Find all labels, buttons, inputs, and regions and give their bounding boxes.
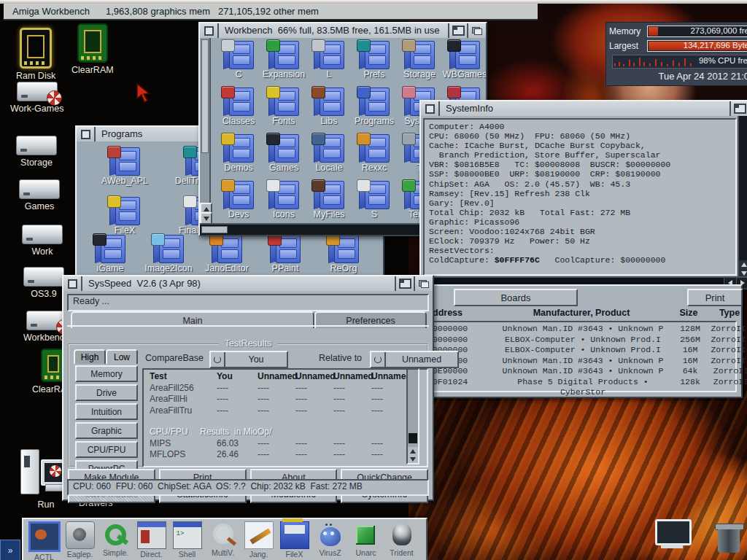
vscroll-thumb[interactable] bbox=[201, 39, 209, 153]
dock-item[interactable]: Trident bbox=[384, 521, 419, 557]
tab-low[interactable]: Low bbox=[106, 349, 138, 364]
program-icon[interactable]: iGame bbox=[81, 235, 139, 273]
disk-drive-icon bbox=[26, 311, 67, 330]
board-size: 16M bbox=[671, 356, 709, 367]
menubar[interactable]: Amiga Workbench 1,963,808 graphics mem 2… bbox=[4, 4, 538, 20]
tab-high[interactable]: High bbox=[74, 349, 106, 364]
workbench-drawer[interactable]: Demos bbox=[216, 134, 261, 181]
board-row[interactable]: 51000000 Unknown Man.ID #3643 • Unknown … bbox=[427, 356, 735, 367]
depth-gadget[interactable] bbox=[414, 276, 433, 291]
board-row[interactable]: 50000000 ELBOX-Computer • Unknown Prod.I… bbox=[427, 335, 735, 346]
dock-item[interactable]: VirusZ bbox=[312, 521, 348, 557]
board-row[interactable]: 50000000 ELBOX-Computer • Unknown Prod.I… bbox=[427, 345, 735, 356]
systeminfo-vscrollbar[interactable] bbox=[738, 116, 747, 278]
workbench-drawer[interactable]: WBGames bbox=[442, 41, 486, 88]
close-gadget[interactable] bbox=[63, 276, 82, 291]
drawer-emblem bbox=[311, 179, 325, 192]
close-gadget[interactable] bbox=[77, 127, 96, 141]
category-button[interactable]: Drive bbox=[75, 384, 138, 401]
zoom-gadget[interactable] bbox=[448, 23, 467, 38]
workbench-titlebar[interactable]: Workbench 66% full, 83.5MB free, 161.5MB… bbox=[200, 23, 486, 39]
dock-item-label: MultiV. bbox=[212, 548, 234, 557]
workbench-drawer[interactable]: Fonts bbox=[261, 88, 306, 134]
workbench-drawer[interactable]: Locale bbox=[306, 134, 352, 181]
scroll-up-button[interactable] bbox=[408, 447, 418, 455]
dock-item-icon bbox=[28, 521, 61, 552]
program-icon[interactable]: Image2Icon bbox=[139, 235, 198, 273]
drawer-icon bbox=[267, 88, 301, 115]
zoom-gadget[interactable] bbox=[395, 276, 414, 291]
board-row[interactable]: 40000000 Unknown Man.ID #3643 • Unknown … bbox=[427, 324, 735, 335]
workbench-drawer[interactable]: Programs bbox=[352, 88, 397, 134]
print-button[interactable]: Print bbox=[687, 289, 743, 306]
program-icon[interactable]: PPaint bbox=[256, 235, 314, 273]
workbench-drawer[interactable]: S bbox=[352, 181, 397, 228]
comparebase-cycle[interactable]: You bbox=[209, 351, 288, 368]
dock-handle-button[interactable]: » bbox=[0, 540, 20, 560]
dock-item[interactable]: Direct. bbox=[133, 521, 169, 559]
workbench-drawer[interactable]: Libs bbox=[306, 88, 352, 134]
workbench-drawer[interactable]: Expansion bbox=[261, 41, 306, 88]
monitor-icon[interactable] bbox=[655, 519, 689, 548]
icon-label: Fonts bbox=[272, 116, 295, 126]
desktop-icon-work-games[interactable]: Work-Games bbox=[10, 82, 63, 114]
category-button[interactable]: Memory bbox=[75, 365, 138, 382]
boards-tab-button[interactable]: Boards bbox=[454, 289, 578, 306]
workbench-drawer[interactable]: Icons bbox=[261, 181, 306, 228]
workbench-drawer[interactable]: Storage bbox=[397, 41, 442, 88]
dock-item[interactable]: MultiV. bbox=[205, 521, 241, 557]
hscroll-thumb[interactable] bbox=[201, 226, 228, 233]
drawer-icon bbox=[357, 41, 391, 69]
workbench-drawer[interactable]: C bbox=[216, 41, 261, 88]
program-icon[interactable]: JanoEditor bbox=[198, 235, 256, 273]
workbench-vscrollbar[interactable] bbox=[200, 38, 211, 225]
board-row[interactable]: 00E90000 Unknown Man.ID #3643 • Unknown … bbox=[427, 366, 735, 377]
depth-gadget[interactable] bbox=[467, 23, 486, 38]
sysspeed-window: SysSpeed V2.6 (3 Apr 98) Ready ... Main … bbox=[62, 275, 434, 501]
icon-label: JanoEditor bbox=[205, 263, 249, 273]
clearram-chip-icon bbox=[77, 23, 108, 63]
relative-to-cycle[interactable]: Unnamed bbox=[370, 351, 459, 368]
dock-item-icon bbox=[388, 521, 416, 548]
program-icon[interactable]: ReOrg bbox=[314, 235, 373, 273]
category-button[interactable]: Intuition bbox=[75, 403, 138, 420]
icon-label: Storage bbox=[20, 158, 53, 168]
dock-item[interactable]: Jang. bbox=[241, 521, 276, 559]
dock-item[interactable]: Shell bbox=[169, 521, 205, 559]
vscroll-thumb[interactable] bbox=[409, 433, 417, 443]
workbench-drawer[interactable]: L bbox=[306, 41, 352, 88]
zoom-gadget[interactable] bbox=[729, 101, 747, 116]
dock-item[interactable]: Simple. bbox=[98, 521, 133, 557]
scroll-down-button[interactable] bbox=[408, 455, 418, 463]
screen-title: Amiga Workbench bbox=[12, 6, 90, 17]
desktop-icon-storage[interactable]: Storage bbox=[16, 136, 57, 168]
workbench-drawer[interactable]: Classes bbox=[216, 88, 261, 134]
workbench-drawer[interactable]: MyFiles bbox=[306, 181, 352, 228]
program-icon[interactable]: AWeb_APL bbox=[87, 147, 163, 186]
desktop-icon-work[interactable]: Work bbox=[22, 225, 63, 257]
category-button[interactable]: CPU/FPU bbox=[75, 441, 138, 458]
workbench-drawer[interactable]: Games bbox=[261, 134, 306, 181]
scroll-up-button[interactable] bbox=[739, 260, 747, 269]
dock-item[interactable]: Eaglep. bbox=[62, 521, 98, 559]
workbench-drawer[interactable]: Rexxc bbox=[352, 134, 397, 181]
dock-item[interactable]: Unarc bbox=[348, 521, 384, 557]
board-row[interactable]: 00F01024 Phase 5 Digital Products • Cybe… bbox=[427, 377, 735, 398]
workbench-drawer[interactable]: Devs bbox=[216, 181, 261, 228]
results-vscrollbar[interactable] bbox=[406, 368, 419, 464]
close-gadget[interactable] bbox=[421, 101, 440, 116]
desktop-icon-ram-disk[interactable]: Ram Disk bbox=[16, 28, 55, 81]
close-gadget[interactable] bbox=[200, 23, 219, 38]
desktop-icon-games[interactable]: Games bbox=[19, 179, 60, 211]
systeminfo-titlebar[interactable]: SystemInfo bbox=[421, 101, 747, 117]
dock-item[interactable]: FileX bbox=[276, 521, 312, 559]
trash-icon[interactable] bbox=[716, 524, 741, 554]
dock-item[interactable]: ACTL bbox=[26, 521, 62, 560]
workbench-drawer[interactable]: Prefs bbox=[352, 41, 397, 88]
program-icon[interactable]: FileX bbox=[87, 197, 163, 236]
desktop-icon-os39[interactable]: OS3.9 bbox=[23, 267, 64, 299]
desktop-icon-clearram-top[interactable]: ClearRAM bbox=[71, 23, 114, 75]
category-button[interactable]: Graphic bbox=[75, 422, 138, 439]
sysspeed-titlebar[interactable]: SysSpeed V2.6 (3 Apr 98) bbox=[63, 276, 433, 292]
drawer-emblem bbox=[266, 179, 280, 192]
